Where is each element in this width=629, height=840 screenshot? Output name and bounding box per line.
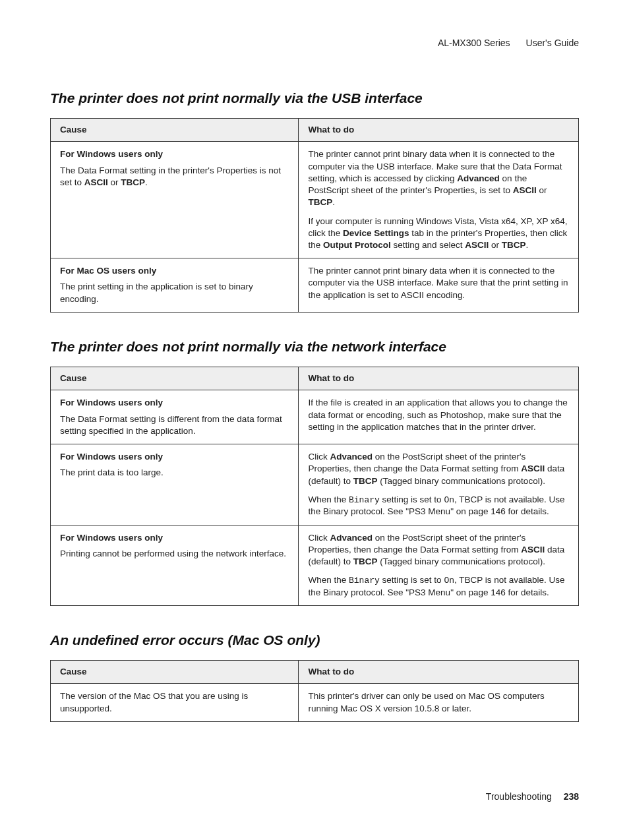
cause-body: The print data is too large. bbox=[60, 467, 289, 479]
section-heading-macos-error: An undefined error occurs (Mac OS only) bbox=[50, 631, 579, 649]
whattodo-cell: This printer's driver can only be used o… bbox=[299, 684, 579, 721]
cause-cell: The version of the Mac OS that you are u… bbox=[51, 684, 299, 721]
table-row: For Windows users only Printing cannot b… bbox=[51, 525, 579, 605]
cause-body: The Data Format setting is different fro… bbox=[60, 413, 289, 437]
keyword-ascii: ASCII bbox=[465, 240, 489, 250]
text: setting is set to bbox=[380, 495, 444, 504]
table-header-row: Cause What to do bbox=[51, 119, 579, 142]
do-paragraph: Click Advanced on the PostScript sheet o… bbox=[308, 532, 569, 568]
footer-page-number: 238 bbox=[564, 791, 579, 802]
cause-title: For Windows users only bbox=[60, 451, 289, 463]
cause-title: For Windows users only bbox=[60, 532, 289, 544]
keyword-advanced: Advanced bbox=[330, 452, 373, 462]
text: When the bbox=[308, 495, 349, 504]
table-row: For Windows users only The Data Format s… bbox=[51, 390, 579, 444]
keyword-tbcp: TBCP bbox=[308, 197, 332, 207]
text: Click bbox=[308, 452, 330, 462]
th-whattodo: What to do bbox=[299, 119, 579, 142]
do-paragraph: When the Binary setting is set to On, TB… bbox=[308, 574, 569, 599]
table-usb: Cause What to do For Windows users only … bbox=[50, 118, 579, 313]
keyword-binary: Binary bbox=[349, 576, 380, 585]
text: When the bbox=[308, 575, 349, 585]
whattodo-cell: The printer cannot print binary data whe… bbox=[299, 142, 579, 258]
keyword-on: On bbox=[444, 576, 454, 585]
do-paragraph: If the file is created in an application… bbox=[308, 397, 569, 433]
whattodo-cell: Click Advanced on the PostScript sheet o… bbox=[299, 525, 579, 605]
do-paragraph: Click Advanced on the PostScript sheet o… bbox=[308, 451, 569, 487]
table-header-row: Cause What to do bbox=[51, 661, 579, 684]
whattodo-cell: Click Advanced on the PostScript sheet o… bbox=[299, 444, 579, 525]
text: or bbox=[489, 240, 502, 250]
table-row: For Windows users only The Data Format s… bbox=[51, 142, 579, 258]
do-paragraph: The printer cannot print binary data whe… bbox=[308, 148, 569, 208]
th-cause: Cause bbox=[51, 367, 299, 390]
table-row: For Mac OS users only The print setting … bbox=[51, 258, 579, 313]
keyword-device-settings: Device Settings bbox=[343, 228, 409, 238]
keyword-ascii: ASCII bbox=[513, 185, 537, 195]
product-name: AL-MX300 Series bbox=[438, 38, 510, 48]
text: . bbox=[526, 240, 529, 250]
keyword-tbcp: TBCP bbox=[353, 476, 378, 486]
keyword-tbcp: TBCP bbox=[353, 556, 378, 566]
th-whattodo: What to do bbox=[299, 661, 579, 684]
keyword-on: On bbox=[444, 495, 454, 505]
cause-cell: For Windows users only The Data Format s… bbox=[51, 142, 299, 258]
page-footer: Troubleshooting 238 bbox=[486, 791, 579, 803]
text: . bbox=[145, 177, 148, 187]
table-network: Cause What to do For Windows users only … bbox=[50, 367, 579, 606]
do-paragraph: The printer cannot print binary data whe… bbox=[308, 265, 569, 301]
table-row: The version of the Mac OS that you are u… bbox=[51, 684, 579, 721]
keyword-ascii: ASCII bbox=[521, 464, 545, 473]
doc-type: User's Guide bbox=[526, 38, 579, 48]
cause-title: For Mac OS users only bbox=[60, 265, 289, 277]
keyword-advanced: Advanced bbox=[457, 173, 500, 183]
section-heading-network: The printer does not print normally via … bbox=[50, 338, 579, 356]
do-paragraph: This printer's driver can only be used o… bbox=[308, 690, 569, 714]
keyword-ascii: ASCII bbox=[521, 545, 545, 555]
keyword-output-protocol: Output Protocol bbox=[323, 240, 391, 250]
th-cause: Cause bbox=[51, 119, 299, 142]
keyword-ascii: ASCII bbox=[84, 177, 108, 187]
text: . bbox=[332, 197, 335, 207]
cause-title: For Windows users only bbox=[60, 148, 289, 160]
table-macos-error: Cause What to do The version of the Mac … bbox=[50, 660, 579, 722]
keyword-binary: Binary bbox=[349, 495, 380, 505]
cause-body: The print setting in the application is … bbox=[60, 281, 289, 305]
keyword-advanced: Advanced bbox=[330, 533, 373, 543]
footer-chapter: Troubleshooting bbox=[486, 791, 552, 802]
page-header: AL-MX300 Series User's Guide bbox=[50, 37, 579, 49]
cause-body: Printing cannot be performed using the n… bbox=[60, 548, 289, 560]
cause-cell: For Windows users only The Data Format s… bbox=[51, 390, 299, 444]
text: Click bbox=[308, 533, 330, 543]
whattodo-cell: The printer cannot print binary data whe… bbox=[299, 258, 579, 313]
table-row: For Windows users only The print data is… bbox=[51, 444, 579, 525]
keyword-tbcp: TBCP bbox=[121, 177, 145, 187]
section-heading-usb: The printer does not print normally via … bbox=[50, 89, 579, 107]
do-paragraph: If your computer is running Windows Vist… bbox=[308, 216, 569, 252]
do-paragraph: When the Binary setting is set to On, TB… bbox=[308, 494, 569, 518]
cause-body: The version of the Mac OS that you are u… bbox=[60, 690, 289, 714]
cause-cell: For Windows users only Printing cannot b… bbox=[51, 525, 299, 605]
th-whattodo: What to do bbox=[299, 367, 579, 390]
text: (Tagged binary communications protocol). bbox=[378, 476, 545, 486]
text: setting and select bbox=[391, 240, 465, 250]
whattodo-cell: If the file is created in an application… bbox=[299, 390, 579, 444]
th-cause: Cause bbox=[51, 661, 299, 684]
text: setting is set to bbox=[380, 575, 444, 585]
cause-cell: For Mac OS users only The print setting … bbox=[51, 258, 299, 313]
cause-cell: For Windows users only The print data is… bbox=[51, 444, 299, 525]
cause-title: For Windows users only bbox=[60, 397, 289, 409]
cause-body: The Data Format setting in the printer's… bbox=[60, 165, 289, 189]
keyword-tbcp: TBCP bbox=[502, 240, 526, 250]
text: (Tagged binary communications protocol). bbox=[378, 556, 545, 566]
text: or bbox=[537, 185, 547, 195]
text: or bbox=[108, 177, 121, 187]
table-header-row: Cause What to do bbox=[51, 367, 579, 390]
